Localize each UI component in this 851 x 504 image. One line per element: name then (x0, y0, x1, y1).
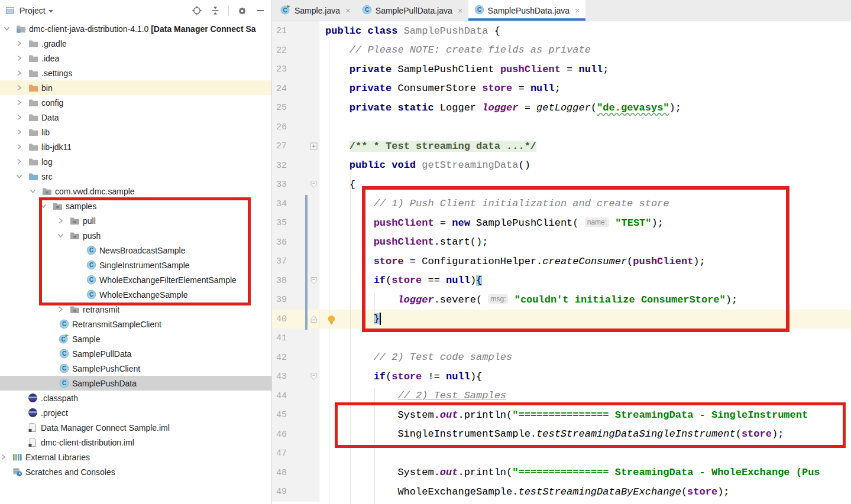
chevron-collapsed-icon[interactable] (16, 110, 28, 125)
code-text[interactable]: private SamplePushClient pushClient = nu… (319, 60, 851, 79)
editor-body[interactable]: 21public class SamplePushData {22 // Ple… (272, 21, 851, 504)
tree-item-bin[interactable]: bin (0, 80, 271, 95)
tree-item-log[interactable]: log (0, 154, 271, 169)
code-line-34[interactable]: 34 // 1) Push Client initialization and … (272, 194, 851, 214)
code-text[interactable] (319, 444, 851, 463)
code-line-41[interactable]: 41 (272, 329, 851, 348)
tree-item-wholeexchangesample[interactable]: CWholeExchangeSample (0, 287, 271, 302)
tree-item-samples[interactable]: samples (0, 199, 271, 213)
code-line-23[interactable]: 23 private SamplePushClient pushClient =… (272, 60, 851, 79)
code-text[interactable] (319, 329, 851, 348)
code-text[interactable]: } (319, 310, 851, 329)
tree-item-data-manager-connect-sample-iml[interactable]: Data Manager Connect Sample.iml (0, 420, 271, 435)
code-text[interactable]: store = ConfigurationHelper.createConsum… (319, 252, 851, 271)
code-line-46[interactable]: 46 SingleInstrumentSample.testStreamingD… (272, 425, 851, 444)
tree-item-com-vwd-dmc-sample[interactable]: com.vwd.dmc.sample (0, 184, 271, 199)
code-line-40[interactable]: 40 } (272, 310, 851, 329)
code-line-22[interactable]: 22 // Please NOTE: create fields as priv… (272, 41, 851, 60)
code-text[interactable]: /** * Test streaming data ...*/ (319, 136, 851, 156)
chevron-collapsed-icon[interactable] (16, 154, 28, 169)
chevron-collapsed-icon[interactable] (16, 51, 28, 66)
tree-item-lib-jdk11[interactable]: lib-jdk11 (0, 139, 271, 154)
code-line-45[interactable]: 45 System.out.println("=============== S… (272, 405, 851, 425)
fold-open-icon[interactable] (310, 277, 318, 285)
tree-item-idea[interactable]: .idea (0, 51, 271, 66)
code-text[interactable]: { (319, 175, 851, 194)
code-text[interactable]: SingleInstrumentSample.testStreamingData… (319, 425, 851, 444)
code-text[interactable]: System.out.println("=============== Stre… (319, 463, 851, 483)
fold-close-icon[interactable] (310, 315, 318, 323)
tree-item-classpath[interactable]: .classpath (0, 391, 271, 405)
code-text[interactable]: System.out.println("=============== Stre… (319, 405, 851, 425)
close-icon[interactable]: × (575, 6, 580, 15)
code-text[interactable]: pushClient.start(); (319, 233, 851, 252)
code-line-33[interactable]: 33 { (272, 175, 851, 194)
code-text[interactable]: // 1) Push Client initialization and cre… (319, 194, 851, 214)
tree-item-gradle[interactable]: .gradle (0, 36, 271, 51)
chevron-collapsed-icon[interactable] (0, 450, 12, 464)
code-line-39[interactable]: 39 logger.severe( msg: "couldn't initial… (272, 290, 851, 310)
fold-open-icon[interactable] (310, 372, 318, 381)
hide-panel-icon[interactable] (255, 5, 266, 16)
code-text[interactable]: public class SamplePushData { (319, 21, 851, 41)
tree-item-retransmit[interactable]: retransmit (0, 302, 271, 317)
locate-icon[interactable] (192, 5, 202, 16)
tree-item-pull[interactable]: pull (0, 213, 271, 228)
tab-samplepulldata-java[interactable]: CSamplePullData.java× (356, 0, 468, 21)
code-line-26[interactable]: 26 (272, 118, 851, 137)
code-line-24[interactable]: 24 private ConsumerStore store = null; (272, 79, 851, 99)
code-line-35[interactable]: 35 pushClient = new SamplePushClient( na… (272, 213, 851, 233)
chevron-expanded-icon[interactable] (16, 169, 28, 184)
tree-item-samplepushdata[interactable]: CSamplePushData (0, 376, 271, 391)
chevron-expanded-icon[interactable] (57, 228, 69, 243)
tab-sample-java[interactable]: CSample.java× (274, 0, 356, 21)
chevron-collapsed-icon[interactable] (16, 66, 28, 80)
chevron-expanded-icon[interactable] (4, 21, 15, 36)
code-line-47[interactable]: 47 (272, 444, 851, 463)
chevron-collapsed-icon[interactable] (57, 213, 69, 228)
code-line-37[interactable]: 37 store = ConfigurationHelper.createCon… (272, 252, 851, 271)
code-text[interactable]: public void getStreamingData() (319, 156, 851, 175)
chevron-down-icon[interactable] (48, 5, 54, 16)
chevron-expanded-icon[interactable] (40, 199, 52, 213)
tree-item-src[interactable]: src (0, 169, 271, 184)
chevron-collapsed-icon[interactable] (16, 95, 28, 110)
code-line-36[interactable]: 36 pushClient.start(); (272, 233, 851, 252)
code-line-27[interactable]: 27 /** * Test streaming data ...*/ (272, 136, 851, 156)
code-text[interactable]: pushClient = new SamplePushClient( name:… (319, 213, 851, 233)
code-line-43[interactable]: 43 if(store != null){ (272, 367, 851, 386)
code-text[interactable]: if(store != null){ (319, 367, 851, 386)
tree-item-newsbroadcastsample[interactable]: CNewsBroadcastSample (0, 243, 271, 258)
intention-bulb-icon[interactable] (326, 315, 336, 325)
code-text[interactable]: // Please NOTE: create fields as private (319, 41, 851, 60)
chevron-collapsed-icon[interactable] (16, 36, 28, 51)
tree-item-data[interactable]: Data (0, 110, 271, 125)
tree-item-retransmitsampleclient[interactable]: CRetransmitSampleClient (0, 317, 271, 331)
code-text[interactable] (319, 118, 851, 137)
tree-item-samplepulldata[interactable]: CSamplePullData (0, 346, 271, 361)
tree-item-sample[interactable]: CSample (0, 331, 271, 346)
fold-plus-icon[interactable] (310, 142, 318, 150)
close-icon[interactable]: × (458, 6, 463, 15)
tree-item-dmc-client-java-distribution-4-1-0[interactable]: dmc-client-java-distribution-4.1.0 [Data… (0, 21, 271, 36)
tree-item-push[interactable]: push (0, 228, 271, 243)
code-text[interactable]: // 2) Test code samples (319, 348, 851, 368)
code-text[interactable]: private ConsumerStore store = null; (319, 79, 851, 99)
code-text[interactable]: // 2) Test Samples (319, 386, 851, 406)
code-text[interactable]: WholeExchangeSample.testStreamingDataByE… (319, 482, 851, 502)
code-line-32[interactable]: 32 public void getStreamingData() (272, 156, 851, 175)
settings-gear-icon[interactable] (237, 5, 247, 16)
chevron-collapsed-icon[interactable] (16, 125, 28, 139)
code-text[interactable]: private static Logger logger = getLogger… (319, 98, 851, 118)
chevron-expanded-icon[interactable] (30, 184, 41, 199)
code-line-38[interactable]: 38 if(store == null){ (272, 271, 851, 291)
code-text[interactable]: logger.severe( msg: "couldn't initialize… (319, 290, 851, 310)
collapse-all-icon[interactable] (210, 5, 221, 16)
tree-item-config[interactable]: config (0, 95, 271, 110)
chevron-collapsed-icon[interactable] (57, 302, 69, 317)
tree-item-dmc-client-distribution-iml[interactable]: dmc-client-distribution.iml (0, 435, 271, 450)
tree-item-scratches-and-consoles[interactable]: Scratches and Consoles (0, 464, 271, 479)
code-line-49[interactable]: 49 WholeExchangeSample.testStreamingData… (272, 482, 851, 502)
code-line-48[interactable]: 48 System.out.println("=============== S… (272, 463, 851, 483)
tree-item-samplepushclient[interactable]: CSamplePushClient (0, 361, 271, 376)
